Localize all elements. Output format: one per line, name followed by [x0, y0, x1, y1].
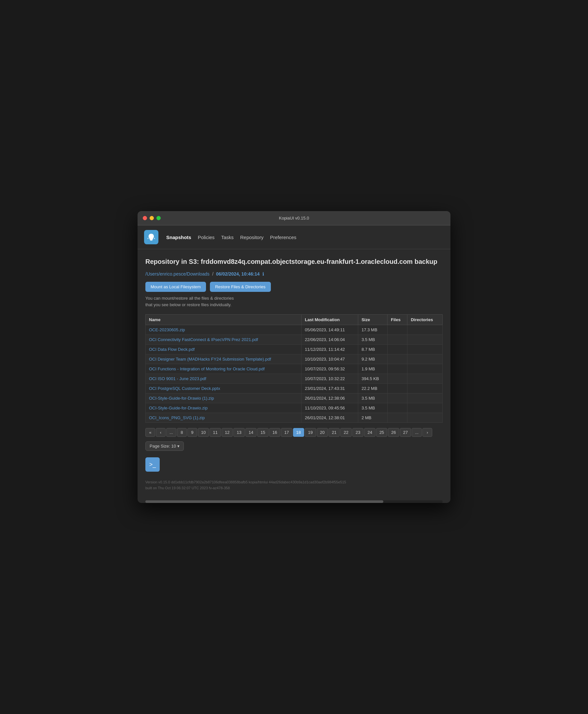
file-link[interactable]: OCI ISO 9001 - June 2023.pdf [149, 376, 206, 381]
page-button[interactable]: 18 [293, 428, 304, 437]
file-link[interactable]: OCE-20230605.zip [149, 327, 185, 332]
page-button[interactable]: 9 [187, 428, 197, 437]
file-link[interactable]: OCI Functions - Integration of Monitorin… [149, 366, 265, 371]
file-modified-cell: 26/01/2024, 12:38:01 [301, 413, 358, 423]
file-name-cell: OCI Data Flow Deck.pdf [146, 345, 301, 354]
file-size-cell: 1.9 MB [358, 364, 387, 374]
scrollbar[interactable] [145, 500, 443, 503]
page-button[interactable]: ‹ [156, 428, 166, 437]
breadcrumb-separator: / [212, 271, 213, 277]
file-link[interactable]: OCI_Icons_PNG_SVG (1).zip [149, 415, 205, 420]
page-button[interactable]: « [145, 428, 155, 437]
dir-count-cell [407, 374, 443, 384]
col-modified: Last Modification [301, 315, 358, 325]
version-info: Version v0.15.0 dd1ebb11cfdb7902a2b87106… [145, 479, 443, 491]
minimize-button[interactable] [150, 216, 154, 220]
breadcrumb-date: 06/02/2024, 10:46:14 [216, 271, 260, 277]
page-size-button[interactable]: Page Size: 10 ▾ [145, 441, 184, 451]
titlebar: KopiaUI v0.15.0 [138, 211, 450, 225]
file-modified-cell: 05/06/2023, 14:49:11 [301, 325, 358, 335]
navbar: Snapshots Policies Tasks Repository Pref… [138, 225, 450, 249]
file-count-cell [387, 345, 407, 354]
close-button[interactable] [143, 216, 147, 220]
page-button[interactable]: 17 [281, 428, 292, 437]
file-name-cell: OCI ISO 9001 - June 2023.pdf [146, 374, 301, 384]
page-button[interactable]: 16 [269, 428, 280, 437]
file-modified-cell: 10/10/2023, 10:04:47 [301, 354, 358, 364]
restore-files-button[interactable]: Restore Files & Directories [210, 282, 271, 292]
nav-preferences[interactable]: Preferences [270, 233, 296, 241]
col-files: Files [387, 315, 407, 325]
window-title: KopiaUI v0.15.0 [279, 216, 309, 220]
table-row: OCE-20230605.zip05/06/2023, 14:49:1117.3… [146, 325, 443, 335]
dir-count-cell [407, 403, 443, 413]
file-size-cell: 3.5 MB [358, 393, 387, 403]
file-link[interactable]: OCI PostgreSQL Customer Deck.pptx [149, 386, 220, 391]
file-link[interactable]: OCI-Style-Guide-for-Drawio.zip [149, 406, 208, 410]
col-size: Size [358, 315, 387, 325]
file-name-cell: OCI-Style-Guide-for-Drawio.zip [146, 403, 301, 413]
page-button[interactable]: 24 [364, 428, 375, 437]
pagination: «‹...89101112131415161718192021222324252… [145, 428, 443, 437]
main-content: Repository in S3: frddomvd8z4q.compat.ob… [138, 249, 450, 497]
page-button[interactable]: 15 [257, 428, 268, 437]
dir-count-cell [407, 325, 443, 335]
page-button[interactable]: 25 [376, 428, 387, 437]
page-button[interactable]: 23 [352, 428, 363, 437]
dir-count-cell [407, 345, 443, 354]
file-count-cell [387, 403, 407, 413]
file-size-cell: 394.5 KB [358, 374, 387, 384]
mount-filesystem-button[interactable]: Mount as Local Filesystem [145, 282, 206, 292]
page-size-label: Page Size: 10 ▾ [150, 443, 180, 449]
file-count-cell [387, 374, 407, 384]
info-icon[interactable]: ℹ [262, 271, 264, 277]
app-window: KopiaUI v0.15.0 Snapshots Policies Tasks… [138, 211, 450, 503]
nav-snapshots[interactable]: Snapshots [166, 233, 191, 241]
page-button[interactable]: 21 [329, 428, 340, 437]
table-row: OCI Data Flow Deck.pdf11/12/2023, 11:14:… [146, 345, 443, 354]
logo-icon [147, 233, 156, 242]
page-button[interactable]: 19 [305, 428, 316, 437]
page-button[interactable]: 8 [177, 428, 187, 437]
dir-count-cell [407, 364, 443, 374]
page-button[interactable]: 12 [222, 428, 233, 437]
file-name-cell: OCI_Icons_PNG_SVG (1).zip [146, 413, 301, 423]
page-button[interactable]: 22 [340, 428, 351, 437]
file-count-cell [387, 384, 407, 393]
file-size-cell: 3.5 MB [358, 335, 387, 345]
breadcrumb-row: /Users/enrico.pesce/Downloads / 06/02/20… [145, 271, 443, 277]
table-row: OCI-Style-Guide-for-Drawio.zip11/10/2023… [146, 403, 443, 413]
nav-tasks[interactable]: Tasks [221, 233, 233, 241]
breadcrumb-path[interactable]: /Users/enrico.pesce/Downloads [145, 271, 210, 277]
table-header: Name Last Modification Size Files Direct… [146, 315, 443, 325]
table-row: OCI Designer Team (MADHacks FY24 Submiss… [146, 354, 443, 364]
table-row: OCI Connectivity FastConnect & IPsecVPN … [146, 335, 443, 345]
page-button[interactable]: › [422, 428, 432, 437]
page-button[interactable]: ... [412, 428, 422, 437]
dir-count-cell [407, 393, 443, 403]
file-link[interactable]: OCI Connectivity FastConnect & IPsecVPN … [149, 337, 258, 342]
file-modified-cell: 23/01/2024, 17:43:31 [301, 384, 358, 393]
file-modified-cell: 26/01/2024, 12:38:06 [301, 393, 358, 403]
file-link[interactable]: OCI-Style-Guide-for-Drawio (1).zip [149, 396, 214, 401]
file-size-cell: 9.2 MB [358, 354, 387, 364]
terminal-button[interactable]: >_ [145, 457, 160, 472]
page-button[interactable]: 27 [400, 428, 411, 437]
page-button[interactable]: 20 [317, 428, 328, 437]
nav-policies[interactable]: Policies [198, 233, 215, 241]
page-button[interactable]: 14 [246, 428, 256, 437]
page-button[interactable]: 10 [198, 428, 209, 437]
file-name-cell: OCE-20230605.zip [146, 325, 301, 335]
page-button[interactable]: 26 [388, 428, 399, 437]
repo-title: Repository in S3: frddomvd8z4q.compat.ob… [145, 257, 443, 266]
page-button[interactable]: ... [166, 428, 176, 437]
page-button[interactable]: 13 [233, 428, 245, 437]
maximize-button[interactable] [156, 216, 161, 220]
file-count-cell [387, 364, 407, 374]
nav-repository[interactable]: Repository [240, 233, 264, 241]
file-link[interactable]: OCI Data Flow Deck.pdf [149, 347, 194, 352]
table-row: OCI PostgreSQL Customer Deck.pptx23/01/2… [146, 384, 443, 393]
file-name-cell: OCI-Style-Guide-for-Drawio (1).zip [146, 393, 301, 403]
file-link[interactable]: OCI Designer Team (MADHacks FY24 Submiss… [149, 357, 271, 362]
page-button[interactable]: 11 [210, 428, 220, 437]
